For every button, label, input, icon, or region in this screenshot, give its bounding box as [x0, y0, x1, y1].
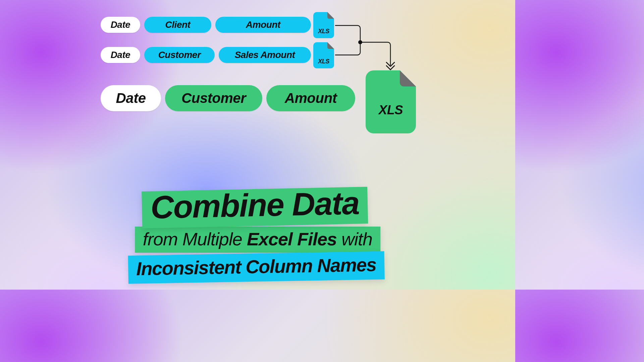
xls-label: XLS — [379, 103, 403, 117]
source-row-2: Date Customer Sales Amount — [101, 47, 311, 63]
pill-date: Date — [101, 85, 161, 111]
title-line-1: Combine Data — [142, 187, 368, 228]
pill-amount: Amount — [215, 17, 311, 33]
pill-customer: Customer — [165, 85, 262, 111]
merge-connector — [334, 12, 421, 72]
pill-sales-amount: Sales Amount — [219, 47, 311, 63]
title-line-3: Inconsistent Column Names — [128, 251, 385, 284]
xls-file-icon: XLS — [313, 42, 334, 68]
title-line-2: from Multiple Excel Files with — [135, 227, 380, 253]
title-line-2-prefix: from Multiple — [143, 229, 247, 249]
xls-file-icon: XLS — [313, 12, 334, 38]
source-row-1: Date Client Amount — [101, 17, 311, 33]
svg-point-0 — [358, 40, 362, 44]
title-block: Combine Data from Multiple Excel Files w… — [129, 189, 386, 282]
xls-output-file-icon: XLS — [366, 70, 416, 133]
pill-customer: Customer — [144, 47, 215, 63]
pill-date: Date — [101, 17, 140, 33]
diagram-stage: Date Client Amount Date Customer Sales A… — [0, 0, 515, 290]
title-line-2-bold: Excel Files — [247, 229, 337, 249]
pill-client: Client — [144, 17, 211, 33]
xls-label: XLS — [318, 58, 329, 65]
xls-label: XLS — [318, 28, 329, 35]
title-line-2-suffix: with — [337, 229, 372, 249]
output-row: Date Customer Amount — [101, 85, 355, 111]
pill-amount: Amount — [266, 85, 355, 111]
pill-date: Date — [101, 47, 140, 63]
